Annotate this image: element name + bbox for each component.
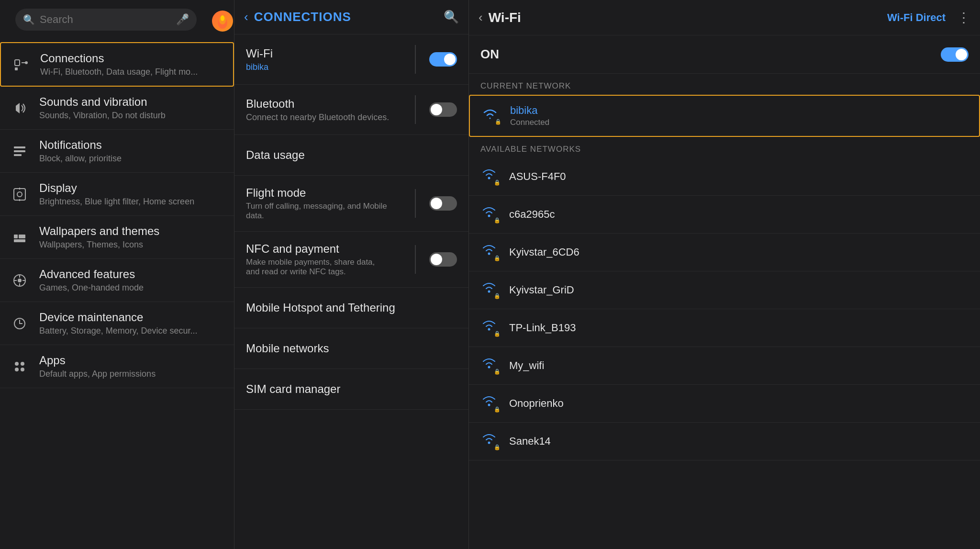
network-text-7: Sanek14 <box>509 435 551 448</box>
sidebar-item-maintenance[interactable]: Device maintenance Battery, Storage, Mem… <box>0 302 234 345</box>
sidebar-item-notifications[interactable]: Notifications Block, allow, prioritise <box>0 130 234 173</box>
current-network-item[interactable]: 🔒 bibika Connected <box>469 95 980 137</box>
apps-subtitle: Default apps, App permissions <box>39 369 156 379</box>
current-network-text: bibika Connected <box>510 104 549 127</box>
lock-icon-2: 🔒 <box>494 255 501 261</box>
network-text-2: Kyivstar_6CD6 <box>509 246 579 258</box>
bluetooth-toggle[interactable] <box>429 102 457 117</box>
svg-point-32 <box>488 291 490 293</box>
sidebar-item-wallpapers[interactable]: Wallpapers and themes Wallpapers, Themes… <box>0 216 234 259</box>
notifications-title: Notifications <box>39 138 122 152</box>
network-icon-7: 🔒 <box>480 431 501 451</box>
lock-icon-1: 🔒 <box>494 217 501 224</box>
svg-rect-15 <box>14 235 18 238</box>
network-text-1: c6a2965c <box>509 208 555 221</box>
maintenance-title: Device maintenance <box>39 311 197 324</box>
bt-toggle-knob <box>431 104 442 115</box>
back-button[interactable]: ‹ <box>244 10 248 24</box>
apps-title: Apps <box>39 354 156 367</box>
network-item-0[interactable]: 🔒 ASUS-F4F0 <box>469 158 980 196</box>
wifi-on-label: ON <box>480 47 499 62</box>
wallpapers-text: Wallpapers and themes Wallpapers, Themes… <box>39 224 159 250</box>
network-item-2[interactable]: 🔒 Kyivstar_6CD6 <box>469 234 980 271</box>
wifi-divider <box>415 45 416 74</box>
sidebar-item-apps[interactable]: Apps Default apps, App permissions <box>0 345 234 388</box>
hotspot-item[interactable]: Mobile Hotspot and Tethering <box>234 288 468 328</box>
maintenance-icon <box>10 314 30 334</box>
nfc-item[interactable]: NFC and payment Make mobile payments, sh… <box>234 232 468 288</box>
wifi-back-button[interactable]: ‹ <box>479 10 483 25</box>
notifications-icon <box>10 141 30 161</box>
left-panel: 🔍 🎤 Connections Wi-Fi, Bluetooth, D <box>0 0 234 549</box>
available-networks-label: AVAILABLE NETWORKS <box>469 137 980 158</box>
nfc-right <box>415 245 457 274</box>
wallpapers-icon <box>10 227 30 247</box>
advanced-subtitle: Games, One-handed mode <box>39 283 144 293</box>
svg-rect-4 <box>15 67 18 70</box>
network-item-6[interactable]: 🔒 Onoprienko <box>469 385 980 423</box>
svg-point-25 <box>15 362 19 366</box>
display-title: Display <box>39 181 194 195</box>
svg-rect-8 <box>14 146 25 148</box>
network-text-5: My_wifi <box>509 359 544 372</box>
search-bar[interactable]: 🔍 🎤 <box>15 9 197 31</box>
wifi-item[interactable]: Wi-Fi bibika <box>234 34 468 85</box>
more-options-button[interactable]: ⋮ <box>957 10 970 25</box>
network-item-4[interactable]: 🔒 TP-Link_B193 <box>469 309 980 347</box>
sidebar-item-sounds[interactable]: Sounds and vibration Sounds, Vibration, … <box>0 87 234 130</box>
advanced-title: Advanced features <box>39 268 144 281</box>
wifi-main-toggle[interactable] <box>941 47 969 62</box>
flight-mode-item[interactable]: Flight mode Turn off calling, messaging,… <box>234 176 468 232</box>
sounds-text: Sounds and vibration Sounds, Vibration, … <box>39 95 166 121</box>
svg-point-29 <box>488 177 490 179</box>
flight-divider <box>415 189 416 218</box>
wifi-direct-button[interactable]: Wi-Fi Direct <box>887 11 946 24</box>
lock-icon-7: 🔒 <box>494 444 501 450</box>
display-icon <box>10 184 30 204</box>
lock-icon: 🔒 <box>495 119 501 125</box>
middle-panel: ‹ CONNECTIONS 🔍 Wi-Fi bibika Bluetooth C… <box>234 0 469 549</box>
svg-point-6 <box>25 61 28 64</box>
bluetooth-item[interactable]: Bluetooth Connect to nearby Bluetooth de… <box>234 85 468 135</box>
wallpapers-subtitle: Wallpapers, Themes, Icons <box>39 240 159 250</box>
apps-text: Apps Default apps, App permissions <box>39 354 156 379</box>
nfc-toggle-knob <box>431 254 442 265</box>
lock-icon-3: 🔒 <box>494 293 501 299</box>
data-usage-item[interactable]: Data usage <box>234 135 468 176</box>
sim-manager-item[interactable]: SIM card manager <box>234 369 468 410</box>
display-subtitle: Brightness, Blue light filter, Home scre… <box>39 197 194 207</box>
nfc-toggle[interactable] <box>429 252 457 267</box>
current-network-icon: 🔒 <box>481 106 501 126</box>
lock-icon-6: 🔒 <box>494 406 501 413</box>
sounds-title: Sounds and vibration <box>39 95 166 109</box>
mic-icon[interactable]: 🎤 <box>176 13 189 26</box>
nfc-text: NFC and payment Make mobile payments, sh… <box>246 242 390 277</box>
svg-point-34 <box>488 366 490 369</box>
network-item-5[interactable]: 🔒 My_wifi <box>469 347 980 385</box>
search-input[interactable] <box>40 13 171 26</box>
mobile-networks-item[interactable]: Mobile networks <box>234 328 468 369</box>
svg-rect-9 <box>14 150 25 152</box>
lock-icon-5: 🔒 <box>494 369 501 375</box>
network-icon-0: 🔒 <box>480 167 501 187</box>
network-text-0: ASUS-F4F0 <box>509 170 566 183</box>
sidebar-item-connections[interactable]: Connections Wi-Fi, Bluetooth, Data usage… <box>0 42 234 87</box>
network-item-1[interactable]: 🔒 c6a2965c <box>469 196 980 234</box>
sounds-icon <box>10 98 30 118</box>
right-panel: ‹ Wi-Fi Wi-Fi Direct ⋮ ON CURRENT NETWOR… <box>469 0 980 549</box>
svg-point-27 <box>15 368 19 371</box>
avatar <box>212 11 233 32</box>
svg-point-31 <box>488 253 490 255</box>
wifi-toggle[interactable] <box>429 52 457 67</box>
wifi-text: Wi-Fi bibika <box>246 47 273 72</box>
flight-toggle[interactable] <box>429 196 457 211</box>
network-item-7[interactable]: 🔒 Sanek14 <box>469 423 980 460</box>
sidebar-item-display[interactable]: Display Brightness, Blue light filter, H… <box>0 173 234 216</box>
sidebar-item-advanced[interactable]: Advanced features Games, One-handed mode <box>0 259 234 302</box>
sounds-subtitle: Sounds, Vibration, Do not disturb <box>39 111 166 121</box>
network-item-3[interactable]: 🔒 Kyivstar_GriD <box>469 271 980 309</box>
connections-icon <box>11 55 31 75</box>
lock-icon-4: 🔒 <box>494 331 501 337</box>
header-search-icon[interactable]: 🔍 <box>444 10 459 24</box>
nfc-divider <box>415 245 416 274</box>
